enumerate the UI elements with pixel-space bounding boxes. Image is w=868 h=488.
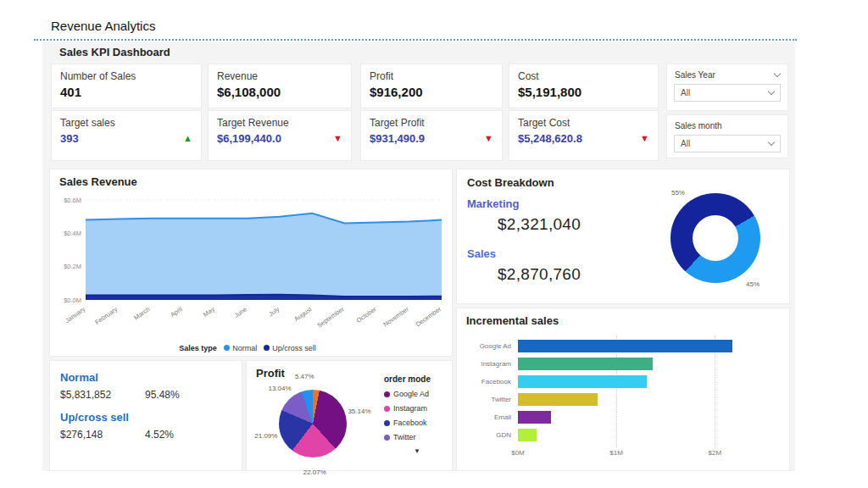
kpi-target-value: 393 [60,132,79,145]
legend-item[interactable]: Normal [224,344,257,352]
legend-dot-icon [384,391,390,397]
slice-percent-label: 22.07% [303,468,326,475]
kpi-card-target-cost[interactable]: Target Cost $5,248,620.8 ▼ [509,110,659,161]
svg-text:September: September [315,305,346,330]
kpi-target-value: $931,490.9 [370,132,425,145]
legend-item[interactable]: Up/cross sell [264,344,316,352]
cost-donut-chart[interactable]: 45%55% [670,193,760,283]
chevron-down-icon [768,88,775,95]
bar[interactable] [518,393,598,406]
pie-circle[interactable] [279,390,347,458]
bar[interactable] [518,375,647,388]
area-chart-legend: Sales type NormalUp/cross sell [50,344,452,352]
bar-category-label: Google Ad [469,337,511,355]
summary-amount: $5,831,852 [60,389,145,401]
kpi-label: Revenue [217,70,342,82]
slicer-sales-month: Sales month All [666,114,788,158]
kpi-value: $5,191,800 [518,85,649,99]
dashboard-title: Sales KPI Dashboard [59,46,170,58]
slice-percent-label: 5.47% [295,372,314,380]
legend-item[interactable]: Twitter [384,433,450,441]
svg-text:June: June [233,305,248,319]
slicer-label: Sales Year [675,70,715,80]
x-axis-tick: $2M [709,449,722,457]
bar[interactable] [518,358,653,370]
chart-title: Incremental sales [466,314,559,327]
legend-item[interactable]: Facebook [384,419,450,427]
slice-percent-label: 55% [671,188,685,196]
slice-percent-label: 21.09% [254,432,277,440]
bar-category-label: Instagram [469,355,511,373]
svg-text:August: August [292,305,314,323]
bar-category-label: Twitter [469,391,511,408]
profit-pie-card: Profit 35.14%22.07%21.09%13.04%5.47% ord… [246,360,453,471]
kpi-label: Number of Sales [60,70,192,82]
kpi-card-target-sales[interactable]: Target sales 393 ▲ [51,110,202,161]
sales-revenue-area-chart[interactable]: $0.0M$0.2M$0.4M$0.6MJanuaryFebruaryMarch… [55,191,448,337]
pie-legend: order mode Google AdInstagramFacebookTwi… [384,374,450,455]
svg-text:$0.0M: $0.0M [64,297,81,304]
bar[interactable] [518,411,551,424]
page-title: Revenue Analytics [51,19,155,33]
svg-text:$0.4M: $0.4M [64,230,81,237]
summary-label: Normal [60,371,231,384]
legend-dot-icon [384,435,390,441]
kpi-card-number-of-sales[interactable]: Number of Sales 401 [51,64,202,108]
bar[interactable] [518,429,537,441]
chart-title: Cost Breakdown [467,176,645,189]
legend-item[interactable]: Google Ad [384,390,450,398]
dropdown-value: All [681,139,690,148]
selection-divider [34,39,797,41]
svg-text:October: October [355,305,378,324]
bar-category-label: GDN [469,426,511,444]
kpi-card-cost[interactable]: Cost $5,191,800 [509,64,659,108]
kpi-target-label: Target Cost [518,117,649,129]
svg-text:July: July [267,305,281,318]
donut-hole [693,215,738,261]
cost-breakdown-card: Cost Breakdown Marketing $2,321,040 Sale… [456,169,790,304]
svg-text:$0.6M: $0.6M [64,197,81,204]
sales-year-dropdown[interactable]: All [674,84,781,102]
cost-item-label: Marketing [467,197,645,210]
legend-item[interactable]: Instagram [384,404,450,413]
incremental-sales-bar-chart: Google AdInstagramFacebookTwitterEmailGD… [469,337,777,464]
trend-down-icon: ▼ [484,134,493,143]
x-axis-tick: $1M [609,449,623,457]
slice-percent-label: 45% [746,280,760,288]
summary-amount: $276,148 [60,429,145,441]
kpi-label: Profit [370,70,493,82]
bar-category-label: Email [469,408,511,426]
kpi-target-label: Target Revenue [217,117,342,129]
legend-scroll-down-icon[interactable]: ▾ [384,446,450,455]
kpi-value: 401 [60,85,192,99]
sales-month-dropdown[interactable]: All [674,135,781,152]
kpi-card-target-profit[interactable]: Target Profit $931,490.9 ▼ [360,110,503,161]
svg-text:December: December [415,305,443,329]
bar[interactable] [518,340,732,352]
kpi-value: $916,200 [370,85,493,99]
slicer-label: Sales month [675,121,722,130]
dashboard-canvas: Sales KPI Dashboard Number of Sales 401 … [42,42,795,471]
kpi-card-profit[interactable]: Profit $916,200 [360,64,503,108]
svg-text:May: May [202,305,216,319]
bar-category-label: Facebook [469,373,511,391]
legend-dot-icon [264,345,270,351]
chart-title: Sales Revenue [59,175,137,188]
svg-text:$0.2M: $0.2M [64,263,81,270]
svg-text:April: April [169,305,184,319]
svg-text:February: February [94,305,120,326]
legend-dot-icon [224,345,230,351]
kpi-target-value: $5,248,620.8 [518,132,582,145]
profit-pie-chart[interactable]: 35.14%22.07%21.09%13.04%5.47% [279,390,347,458]
summary-percent: 4.52% [145,429,174,441]
kpi-card-revenue[interactable]: Revenue $6,108,000 [208,64,352,108]
chevron-down-icon[interactable] [774,70,781,77]
sales-revenue-chart-card: Sales Revenue $0.0M$0.2M$0.4M$0.6MJanuar… [49,169,453,357]
legend-title: Sales type [179,344,217,352]
trend-up-icon: ▲ [183,134,192,143]
sales-type-summary-card: Normal $5,831,852 95.48% Up/cross sell $… [49,360,242,471]
trend-down-icon: ▼ [333,134,342,143]
kpi-card-target-revenue[interactable]: Target Revenue $6,199,440.0 ▼ [208,110,352,161]
svg-text:November: November [381,305,410,329]
legend-title: order mode [384,374,450,384]
